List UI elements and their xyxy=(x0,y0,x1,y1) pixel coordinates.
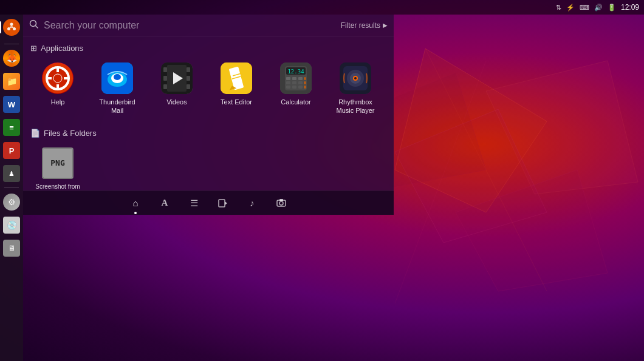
svg-point-14 xyxy=(30,21,36,27)
lens-music[interactable]: ♪ xyxy=(244,195,261,212)
app-icon-help xyxy=(42,62,74,94)
launcher-sidebar: 🦊 📁 W ≡ P ♟ ⚙ 💿 🖥 xyxy=(0,15,23,361)
top-panel: ⇅ ⚡ ⌨ 🔊 🔋 12:09 xyxy=(0,0,644,15)
sound-icon[interactable]: 🔊 xyxy=(594,4,603,12)
lens-active-indicator xyxy=(134,212,137,214)
svg-rect-47 xyxy=(286,77,290,80)
app-label-text-editor: Text Editor xyxy=(221,98,252,106)
lens-home-wrap: ⌂ xyxy=(127,195,144,212)
svg-rect-33 xyxy=(187,67,190,72)
lens-files[interactable]: ☰ xyxy=(185,195,202,212)
lens-video[interactable] xyxy=(214,195,231,212)
search-bar: Filter results ▶ xyxy=(23,15,394,36)
svg-rect-48 xyxy=(292,77,296,80)
launcher-item-system-settings[interactable]: ⚙ xyxy=(1,192,22,212)
svg-rect-54 xyxy=(304,81,306,84)
launcher-item-disks[interactable]: 🖥 xyxy=(1,238,22,258)
clock: 12:09 xyxy=(621,3,639,12)
app-item-calculator[interactable]: 12.34 xyxy=(269,59,323,119)
app-item-help[interactable]: Help xyxy=(30,59,85,119)
lens-apps-wrap: A xyxy=(156,195,173,212)
files-section-icon: 📄 xyxy=(30,129,40,138)
svg-rect-35 xyxy=(187,84,190,89)
bluetooth-icon[interactable]: ⚡ xyxy=(566,4,575,12)
lens-bar: ⌂ A ☰ ♪ xyxy=(23,191,394,215)
lens-home[interactable]: ⌂ xyxy=(127,195,144,212)
svg-point-64 xyxy=(354,77,357,79)
file-item-screenshot[interactable]: PNG Screenshot from...04-14 12-09-17.png xyxy=(30,144,85,191)
launcher-item-libreoffice-writer[interactable]: W xyxy=(1,94,22,115)
files-section-title: Files & Folders xyxy=(44,129,97,138)
launcher-item-app[interactable]: ♟ xyxy=(1,163,22,184)
svg-rect-69 xyxy=(279,199,283,201)
svg-rect-52 xyxy=(292,81,296,84)
app-label-help: Help xyxy=(51,98,65,106)
keyboard-icon[interactable]: ⌨ xyxy=(580,4,589,12)
launcher-item-disk-utility[interactable]: 💿 xyxy=(1,215,22,235)
applications-section-title: Applications xyxy=(41,44,83,53)
search-icon xyxy=(29,19,39,31)
launcher-divider xyxy=(4,44,19,44)
app-icon-rhythmbox xyxy=(340,62,371,94)
svg-rect-56 xyxy=(292,86,296,89)
svg-rect-50 xyxy=(304,77,306,80)
file-icon-screenshot: PNG xyxy=(42,147,74,179)
app-item-text-editor[interactable]: Text Editor xyxy=(209,59,264,119)
lens-photos-wrap xyxy=(273,195,290,212)
svg-rect-34 xyxy=(187,76,190,81)
svg-rect-57 xyxy=(298,86,303,89)
svg-marker-66 xyxy=(225,201,227,205)
svg-rect-31 xyxy=(163,76,167,81)
app-icon-thunderbird xyxy=(101,62,133,94)
svg-point-9 xyxy=(13,27,16,30)
app-icon-calculator: 12.34 xyxy=(280,62,312,94)
applications-section-header: ⊞ Applications xyxy=(30,44,386,53)
svg-point-68 xyxy=(279,201,283,205)
search-input[interactable] xyxy=(44,20,336,31)
applications-section-icon: ⊞ xyxy=(30,44,37,53)
launcher-item-firefox[interactable]: 🦊 xyxy=(1,48,22,69)
files-grid: PNG Screenshot from...04-14 12-09-17.png xyxy=(30,144,386,191)
svg-text:12.34: 12.34 xyxy=(287,69,304,75)
dash-overlay: Filter results ▶ ⊞ Applications xyxy=(23,15,394,215)
app-icon-text-editor xyxy=(221,62,252,94)
launcher-item-files[interactable]: 📁 xyxy=(1,71,22,92)
battery-icon[interactable]: 🔋 xyxy=(608,4,616,12)
svg-point-28 xyxy=(114,74,121,80)
svg-rect-32 xyxy=(163,84,167,89)
app-label-videos: Videos xyxy=(166,98,187,106)
png-thumbnail: PNG xyxy=(43,148,73,178)
app-icon-videos xyxy=(161,62,193,94)
lens-photos[interactable] xyxy=(273,195,290,212)
app-label-thunderbird: Thunderbird Mail xyxy=(92,98,142,115)
svg-line-15 xyxy=(36,26,38,29)
launcher-item-libreoffice-impress[interactable]: P xyxy=(1,140,22,161)
applications-grid: Help Thunderbird Mail xyxy=(30,59,386,119)
app-item-rhythmbox[interactable]: Rhythmbox Music Player xyxy=(328,59,383,119)
svg-rect-51 xyxy=(286,81,290,84)
filter-arrow-icon: ▶ xyxy=(383,22,388,29)
lens-music-wrap: ♪ xyxy=(244,195,261,212)
svg-rect-30 xyxy=(163,67,167,72)
app-label-rhythmbox: Rhythmbox Music Player xyxy=(331,98,380,115)
svg-rect-49 xyxy=(298,77,303,80)
svg-rect-58 xyxy=(304,86,306,89)
network-icon[interactable]: ⇅ xyxy=(556,4,561,12)
lens-video-wrap xyxy=(214,195,231,212)
launcher-ubuntu-button[interactable] xyxy=(1,17,22,38)
app-item-videos[interactable]: Videos xyxy=(149,59,204,119)
app-label-calculator: Calculator xyxy=(281,98,311,106)
svg-point-24 xyxy=(53,74,62,83)
file-label-screenshot: Screenshot from...04-14 12-09-17.png xyxy=(33,183,83,191)
svg-point-8 xyxy=(10,23,13,26)
files-section-header: 📄 Files & Folders xyxy=(30,129,386,138)
svg-rect-55 xyxy=(286,86,290,89)
lens-files-wrap: ☰ xyxy=(185,195,202,212)
lens-applications[interactable]: A xyxy=(156,195,173,212)
app-item-thunderbird[interactable]: Thunderbird Mail xyxy=(90,59,145,119)
top-panel-right: ⇅ ⚡ ⌨ 🔊 🔋 12:09 xyxy=(556,3,639,12)
launcher-divider-2 xyxy=(4,187,19,188)
launcher-item-libreoffice-calc[interactable]: ≡ xyxy=(1,117,22,138)
filter-results-button[interactable]: Filter results ▶ xyxy=(341,21,388,30)
dash-content: ⊞ Applications xyxy=(23,36,394,191)
